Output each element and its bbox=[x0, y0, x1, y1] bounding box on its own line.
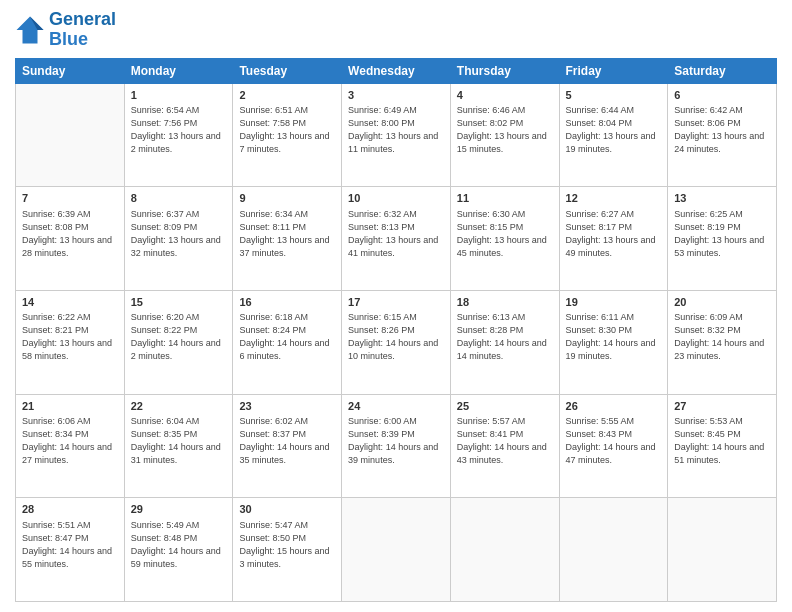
calendar-day-cell: 25Sunrise: 5:57 AMSunset: 8:41 PMDayligh… bbox=[450, 394, 559, 498]
day-info: Sunrise: 6:44 AMSunset: 8:04 PMDaylight:… bbox=[566, 104, 662, 156]
day-info: Sunrise: 6:11 AMSunset: 8:30 PMDaylight:… bbox=[566, 311, 662, 363]
day-number: 14 bbox=[22, 295, 118, 310]
header: General Blue bbox=[15, 10, 777, 50]
day-info: Sunrise: 6:32 AMSunset: 8:13 PMDaylight:… bbox=[348, 208, 444, 260]
day-info: Sunrise: 6:46 AMSunset: 8:02 PMDaylight:… bbox=[457, 104, 553, 156]
calendar-day-cell: 20Sunrise: 6:09 AMSunset: 8:32 PMDayligh… bbox=[668, 290, 777, 394]
day-number: 22 bbox=[131, 399, 227, 414]
logo-text: General Blue bbox=[49, 10, 116, 50]
calendar-day-cell: 19Sunrise: 6:11 AMSunset: 8:30 PMDayligh… bbox=[559, 290, 668, 394]
calendar-day-cell: 12Sunrise: 6:27 AMSunset: 8:17 PMDayligh… bbox=[559, 187, 668, 291]
calendar-day-cell: 28Sunrise: 5:51 AMSunset: 8:47 PMDayligh… bbox=[16, 498, 125, 602]
calendar-day-cell bbox=[16, 83, 125, 187]
day-info: Sunrise: 5:51 AMSunset: 8:47 PMDaylight:… bbox=[22, 519, 118, 571]
calendar-day-cell: 4Sunrise: 6:46 AMSunset: 8:02 PMDaylight… bbox=[450, 83, 559, 187]
calendar-day-cell bbox=[668, 498, 777, 602]
calendar-week-row: 28Sunrise: 5:51 AMSunset: 8:47 PMDayligh… bbox=[16, 498, 777, 602]
day-info: Sunrise: 6:25 AMSunset: 8:19 PMDaylight:… bbox=[674, 208, 770, 260]
day-info: Sunrise: 5:53 AMSunset: 8:45 PMDaylight:… bbox=[674, 415, 770, 467]
calendar-day-cell: 16Sunrise: 6:18 AMSunset: 8:24 PMDayligh… bbox=[233, 290, 342, 394]
day-number: 20 bbox=[674, 295, 770, 310]
calendar-day-cell: 11Sunrise: 6:30 AMSunset: 8:15 PMDayligh… bbox=[450, 187, 559, 291]
day-number: 16 bbox=[239, 295, 335, 310]
day-number: 9 bbox=[239, 191, 335, 206]
calendar-day-cell: 13Sunrise: 6:25 AMSunset: 8:19 PMDayligh… bbox=[668, 187, 777, 291]
weekday-header: Saturday bbox=[668, 58, 777, 83]
calendar-header-row: SundayMondayTuesdayWednesdayThursdayFrid… bbox=[16, 58, 777, 83]
calendar-day-cell: 5Sunrise: 6:44 AMSunset: 8:04 PMDaylight… bbox=[559, 83, 668, 187]
calendar-day-cell: 14Sunrise: 6:22 AMSunset: 8:21 PMDayligh… bbox=[16, 290, 125, 394]
weekday-header: Tuesday bbox=[233, 58, 342, 83]
day-number: 30 bbox=[239, 502, 335, 517]
day-info: Sunrise: 6:54 AMSunset: 7:56 PMDaylight:… bbox=[131, 104, 227, 156]
day-info: Sunrise: 5:49 AMSunset: 8:48 PMDaylight:… bbox=[131, 519, 227, 571]
day-number: 11 bbox=[457, 191, 553, 206]
calendar-day-cell: 1Sunrise: 6:54 AMSunset: 7:56 PMDaylight… bbox=[124, 83, 233, 187]
weekday-header: Wednesday bbox=[342, 58, 451, 83]
calendar-day-cell: 10Sunrise: 6:32 AMSunset: 8:13 PMDayligh… bbox=[342, 187, 451, 291]
weekday-header: Monday bbox=[124, 58, 233, 83]
day-number: 21 bbox=[22, 399, 118, 414]
weekday-header: Thursday bbox=[450, 58, 559, 83]
calendar-day-cell: 22Sunrise: 6:04 AMSunset: 8:35 PMDayligh… bbox=[124, 394, 233, 498]
day-info: Sunrise: 6:15 AMSunset: 8:26 PMDaylight:… bbox=[348, 311, 444, 363]
calendar-day-cell: 2Sunrise: 6:51 AMSunset: 7:58 PMDaylight… bbox=[233, 83, 342, 187]
day-number: 5 bbox=[566, 88, 662, 103]
day-info: Sunrise: 6:37 AMSunset: 8:09 PMDaylight:… bbox=[131, 208, 227, 260]
calendar-week-row: 21Sunrise: 6:06 AMSunset: 8:34 PMDayligh… bbox=[16, 394, 777, 498]
day-number: 1 bbox=[131, 88, 227, 103]
day-info: Sunrise: 5:55 AMSunset: 8:43 PMDaylight:… bbox=[566, 415, 662, 467]
calendar-day-cell: 18Sunrise: 6:13 AMSunset: 8:28 PMDayligh… bbox=[450, 290, 559, 394]
calendar-day-cell bbox=[559, 498, 668, 602]
day-info: Sunrise: 6:06 AMSunset: 8:34 PMDaylight:… bbox=[22, 415, 118, 467]
day-info: Sunrise: 6:13 AMSunset: 8:28 PMDaylight:… bbox=[457, 311, 553, 363]
weekday-header: Friday bbox=[559, 58, 668, 83]
day-number: 2 bbox=[239, 88, 335, 103]
day-info: Sunrise: 5:57 AMSunset: 8:41 PMDaylight:… bbox=[457, 415, 553, 467]
calendar-day-cell: 3Sunrise: 6:49 AMSunset: 8:00 PMDaylight… bbox=[342, 83, 451, 187]
day-info: Sunrise: 6:30 AMSunset: 8:15 PMDaylight:… bbox=[457, 208, 553, 260]
logo-icon bbox=[15, 15, 45, 45]
day-info: Sunrise: 6:22 AMSunset: 8:21 PMDaylight:… bbox=[22, 311, 118, 363]
page: General Blue SundayMondayTuesdayWednesda… bbox=[0, 0, 792, 612]
day-number: 7 bbox=[22, 191, 118, 206]
weekday-header: Sunday bbox=[16, 58, 125, 83]
day-number: 4 bbox=[457, 88, 553, 103]
day-number: 6 bbox=[674, 88, 770, 103]
calendar-day-cell: 27Sunrise: 5:53 AMSunset: 8:45 PMDayligh… bbox=[668, 394, 777, 498]
calendar-table: SundayMondayTuesdayWednesdayThursdayFrid… bbox=[15, 58, 777, 602]
calendar-day-cell: 26Sunrise: 5:55 AMSunset: 8:43 PMDayligh… bbox=[559, 394, 668, 498]
calendar-day-cell: 7Sunrise: 6:39 AMSunset: 8:08 PMDaylight… bbox=[16, 187, 125, 291]
calendar-day-cell bbox=[450, 498, 559, 602]
day-number: 18 bbox=[457, 295, 553, 310]
calendar-day-cell: 6Sunrise: 6:42 AMSunset: 8:06 PMDaylight… bbox=[668, 83, 777, 187]
day-info: Sunrise: 6:02 AMSunset: 8:37 PMDaylight:… bbox=[239, 415, 335, 467]
day-number: 28 bbox=[22, 502, 118, 517]
calendar-day-cell: 9Sunrise: 6:34 AMSunset: 8:11 PMDaylight… bbox=[233, 187, 342, 291]
day-number: 27 bbox=[674, 399, 770, 414]
day-number: 25 bbox=[457, 399, 553, 414]
day-number: 13 bbox=[674, 191, 770, 206]
day-number: 12 bbox=[566, 191, 662, 206]
calendar-day-cell: 15Sunrise: 6:20 AMSunset: 8:22 PMDayligh… bbox=[124, 290, 233, 394]
day-number: 15 bbox=[131, 295, 227, 310]
day-info: Sunrise: 6:09 AMSunset: 8:32 PMDaylight:… bbox=[674, 311, 770, 363]
calendar-week-row: 14Sunrise: 6:22 AMSunset: 8:21 PMDayligh… bbox=[16, 290, 777, 394]
day-info: Sunrise: 6:27 AMSunset: 8:17 PMDaylight:… bbox=[566, 208, 662, 260]
calendar-day-cell bbox=[342, 498, 451, 602]
calendar-day-cell: 21Sunrise: 6:06 AMSunset: 8:34 PMDayligh… bbox=[16, 394, 125, 498]
day-info: Sunrise: 6:18 AMSunset: 8:24 PMDaylight:… bbox=[239, 311, 335, 363]
calendar-day-cell: 30Sunrise: 5:47 AMSunset: 8:50 PMDayligh… bbox=[233, 498, 342, 602]
day-number: 26 bbox=[566, 399, 662, 414]
day-info: Sunrise: 6:49 AMSunset: 8:00 PMDaylight:… bbox=[348, 104, 444, 156]
calendar-day-cell: 23Sunrise: 6:02 AMSunset: 8:37 PMDayligh… bbox=[233, 394, 342, 498]
day-number: 8 bbox=[131, 191, 227, 206]
day-number: 3 bbox=[348, 88, 444, 103]
calendar-day-cell: 17Sunrise: 6:15 AMSunset: 8:26 PMDayligh… bbox=[342, 290, 451, 394]
day-number: 29 bbox=[131, 502, 227, 517]
day-number: 23 bbox=[239, 399, 335, 414]
day-info: Sunrise: 6:39 AMSunset: 8:08 PMDaylight:… bbox=[22, 208, 118, 260]
calendar-week-row: 7Sunrise: 6:39 AMSunset: 8:08 PMDaylight… bbox=[16, 187, 777, 291]
day-info: Sunrise: 6:51 AMSunset: 7:58 PMDaylight:… bbox=[239, 104, 335, 156]
logo: General Blue bbox=[15, 10, 116, 50]
